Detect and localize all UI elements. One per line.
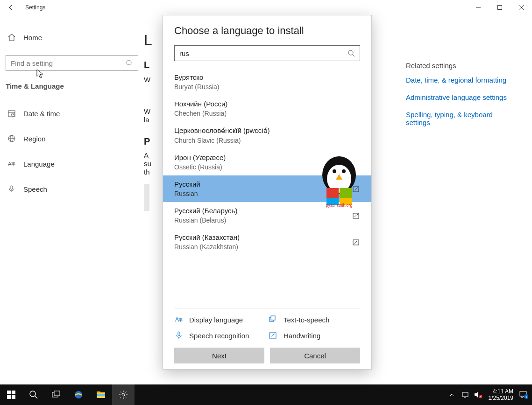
bg-panel-edge	[144, 184, 149, 211]
tray-time: 4:11 AM	[489, 388, 513, 395]
sidebar-item-label: Speech	[23, 185, 47, 193]
language-english-name: Russian (Belarus)	[174, 216, 237, 224]
feature-label: Text-to-speech	[284, 316, 329, 324]
handwriting-icon	[353, 238, 360, 246]
sidebar-home[interactable]: Home	[6, 28, 138, 47]
language-native-name: Бурятско	[174, 73, 219, 81]
language-english-name: Buryat (Russia)	[174, 83, 219, 91]
language-english-name: Russian	[174, 190, 200, 197]
svg-line-14	[353, 55, 355, 56]
svg-point-48	[122, 393, 125, 396]
svg-rect-25	[270, 333, 276, 338]
svg-point-29	[342, 169, 346, 173]
bg-text: la	[144, 116, 149, 124]
bg-text: th	[144, 168, 150, 176]
taskbar-app-explorer[interactable]	[90, 384, 112, 405]
svg-rect-37	[12, 391, 15, 394]
language-search-input[interactable]	[179, 49, 348, 57]
close-button[interactable]	[511, 0, 532, 15]
language-native-name: Церковнослове́нскїй (рwссіа́)	[174, 126, 270, 135]
sidebar-item-datetime[interactable]: Date & time	[6, 103, 138, 124]
svg-rect-23	[271, 316, 275, 320]
sidebar-item-speech[interactable]: Speech	[6, 179, 138, 199]
svg-rect-38	[7, 395, 11, 399]
watermark-logo: pyatilistnik.org	[313, 152, 365, 208]
language-native-name: Ирон (Уæрæсе)	[174, 154, 226, 161]
svg-text:字: 字	[11, 162, 15, 167]
feature-display-language: A字 Display language	[174, 315, 266, 324]
start-button[interactable]	[0, 384, 22, 405]
related-link-datetime[interactable]: Date, time, & regional formatting	[406, 76, 518, 84]
language-native-name: Русский (Казахстан)	[174, 233, 240, 241]
tray-chevron-up-icon[interactable]	[447, 389, 458, 400]
taskbar-search-button[interactable]	[22, 384, 45, 405]
sidebar-section-header: Time & Language	[6, 82, 138, 90]
window-title: Settings	[25, 4, 45, 11]
tray-network-icon[interactable]	[460, 389, 471, 400]
sidebar-item-language[interactable]: A字 Language	[6, 154, 138, 174]
svg-marker-51	[475, 391, 478, 398]
language-search[interactable]	[174, 45, 360, 61]
language-item[interactable]: Церковнослове́нскїй (рwссіа́)Church Slav…	[163, 122, 371, 149]
tray-notifications-icon[interactable]: 1	[518, 389, 529, 400]
bg-text: L	[144, 32, 152, 49]
language-item[interactable]: Русский (Казахстан)Russian (Kazakhstan)	[163, 229, 371, 255]
handwriting-icon	[353, 212, 360, 219]
language-icon: A字	[7, 160, 16, 168]
sidebar-item-region[interactable]: Region	[6, 128, 138, 149]
language-english-name: Ossetic (Russia)	[174, 163, 226, 171]
language-install-dialog: Choose a language to install БурятскоBur…	[163, 15, 372, 370]
home-icon	[7, 33, 16, 42]
taskbar-app-settings[interactable]	[112, 384, 135, 405]
language-item[interactable]: БурятскоBuryat (Russia)	[163, 69, 371, 95]
search-icon	[348, 49, 355, 57]
sidebar: Home Time & Language Date & time Region	[0, 15, 144, 384]
sidebar-item-label: Date & time	[23, 110, 60, 118]
related-link-admin[interactable]: Administrative language settings	[406, 93, 518, 101]
bg-text: A	[144, 151, 149, 159]
related-link-spelling[interactable]: Spelling, typing, & keyboard settings	[406, 111, 518, 126]
feature-handwriting: Handwriting	[269, 331, 360, 340]
language-native-name: Нохчийн (Росси)	[174, 100, 227, 108]
svg-rect-39	[12, 395, 15, 399]
sidebar-item-label: Language	[23, 160, 55, 168]
globe-icon	[7, 134, 16, 143]
taskbar: 4:11 AM 1/25/2019 1	[0, 384, 532, 405]
cancel-button[interactable]: Cancel	[270, 348, 360, 363]
back-button[interactable]	[6, 2, 17, 13]
bg-text: W	[144, 76, 150, 84]
bg-text: L	[144, 60, 149, 70]
related-heading: Related settings	[406, 62, 518, 70]
sidebar-item-label: Region	[23, 135, 46, 143]
feature-tts: Text-to-speech	[269, 315, 360, 324]
tray-volume-icon[interactable]	[473, 389, 484, 400]
taskbar-app-ie[interactable]	[67, 384, 90, 405]
svg-rect-43	[54, 391, 60, 396]
language-english-name: Chechen (Russia)	[174, 110, 227, 117]
microphone-icon	[7, 185, 16, 193]
svg-rect-31	[326, 188, 339, 198]
next-button[interactable]: Next	[174, 348, 264, 363]
sidebar-search-input[interactable]	[11, 59, 133, 67]
language-item[interactable]: Нохчийн (Росси)Chechen (Russia)	[163, 95, 371, 122]
titlebar: Settings	[0, 0, 532, 15]
svg-rect-12	[11, 186, 13, 189]
svg-point-28	[333, 169, 336, 173]
maximize-button[interactable]	[489, 0, 511, 15]
tray-date: 1/25/2019	[489, 395, 513, 401]
task-view-button[interactable]	[45, 384, 67, 405]
language-english-name: Russian (Kazakhstan)	[174, 243, 240, 251]
feature-legend: A字 Display language Text-to-speech Speec…	[174, 308, 360, 348]
tray-clock[interactable]: 4:11 AM 1/25/2019	[486, 388, 516, 401]
language-native-name: Русский (Беларусь)	[174, 207, 237, 215]
svg-line-3	[131, 64, 133, 66]
bg-text: P	[144, 136, 150, 147]
related-settings: Related settings Date, time, & regional …	[406, 62, 518, 136]
language-english-name: Church Slavic (Russia)	[174, 137, 270, 144]
sidebar-home-label: Home	[23, 34, 42, 42]
language-native-name: Русский	[174, 180, 200, 188]
sidebar-search[interactable]	[6, 55, 138, 71]
minimize-button[interactable]	[468, 0, 489, 15]
svg-rect-24	[178, 332, 180, 336]
search-icon	[126, 59, 133, 67]
